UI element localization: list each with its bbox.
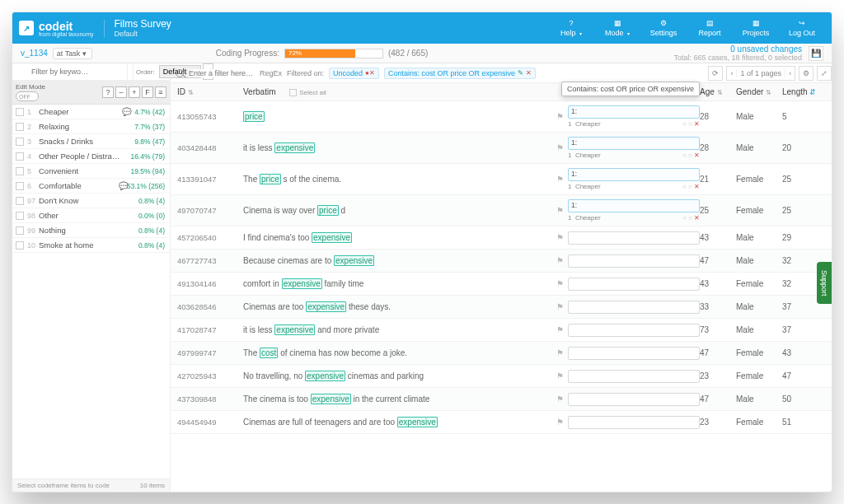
flag-icon[interactable]: ⚑: [551, 233, 568, 242]
code-input[interactable]: [568, 301, 700, 314]
code-input[interactable]: [568, 324, 700, 337]
code-item[interactable]: 2Relaxing7.7% (37): [12, 119, 170, 134]
code-input[interactable]: 1:: [568, 168, 700, 181]
code-input[interactable]: [568, 416, 700, 429]
sidebar-action-button[interactable]: +: [129, 86, 140, 98]
code-input[interactable]: [568, 393, 700, 406]
mode-button[interactable]: ▦Mode ▾: [594, 19, 640, 37]
code-input[interactable]: [568, 370, 700, 383]
table-row[interactable]: 491304146comfort in expensive family tim…: [171, 273, 832, 296]
code-item[interactable]: 5Convenient19.5% (94): [12, 164, 170, 179]
table-row[interactable]: 413055743price⚑1:1 Cheaper○ ○ ✕28Male5: [171, 101, 832, 133]
close-icon[interactable]: ●✕: [365, 69, 375, 77]
progress-label: Coding Progress:: [216, 49, 279, 58]
survey-subtitle: Default: [115, 30, 171, 38]
flag-icon[interactable]: ⚑: [551, 206, 568, 215]
code-input[interactable]: [568, 278, 700, 291]
variable-name[interactable]: v_1134: [21, 49, 48, 58]
code-item[interactable]: 99Nothing0.8% (4): [12, 223, 170, 238]
checkbox-icon[interactable]: [16, 167, 24, 175]
code-item[interactable]: 10Smoke at home0.8% (4): [12, 238, 170, 253]
task-crumb[interactable]: at Task ▾: [53, 48, 92, 59]
code-item[interactable]: 3Snacks / Drinks9.8% (47): [12, 134, 170, 149]
checkbox-icon[interactable]: [16, 123, 24, 131]
checkbox-icon[interactable]: [16, 138, 24, 146]
close-icon[interactable]: ✕: [526, 69, 532, 77]
edit-icon[interactable]: ✎: [518, 69, 523, 77]
grid-rows[interactable]: 413055743price⚑1:1 Cheaper○ ○ ✕28Male540…: [171, 101, 832, 492]
code-item[interactable]: 97Don't Know0.8% (4): [12, 194, 170, 208]
col-age[interactable]: Age: [700, 87, 715, 96]
table-row[interactable]: 437309848The cinema is too expensive in …: [171, 388, 832, 411]
survey-crumb[interactable]: Films Survey Default: [115, 18, 171, 38]
table-row[interactable]: 427025943No travelling, no expensive cin…: [171, 365, 832, 388]
support-tab[interactable]: Support: [817, 262, 832, 305]
checkbox-icon[interactable]: [16, 152, 24, 161]
checkbox-icon[interactable]: [16, 197, 24, 205]
checkbox-icon[interactable]: [16, 241, 24, 250]
table-row[interactable]: 497070747Cinema is way over price d⚑1:1 …: [171, 195, 832, 226]
checkbox-icon[interactable]: [16, 212, 24, 220]
filter-input[interactable]: [189, 69, 255, 77]
code-input[interactable]: [568, 231, 700, 245]
code-input[interactable]: [568, 347, 700, 360]
projects-button[interactable]: ▦Projects: [733, 19, 779, 37]
brand[interactable]: ↗ codeit from digital taxonomy: [19, 20, 105, 37]
code-item[interactable]: 6Comfortable💬53.1% (256): [12, 179, 170, 194]
filter-tag-contains[interactable]: Contains: cost OR price OR expensive✎✕: [384, 68, 536, 79]
checkbox-icon[interactable]: [16, 226, 24, 235]
checkbox-icon[interactable]: [16, 108, 24, 116]
settings-button[interactable]: ⚙: [799, 66, 814, 81]
flag-icon[interactable]: ⚑: [551, 256, 568, 265]
pager[interactable]: ‹1 of 1 pages›: [726, 66, 795, 81]
flag-icon[interactable]: ⚑: [551, 175, 568, 184]
flag-icon[interactable]: ⚑: [551, 302, 568, 311]
code-item[interactable]: 98Other0.0% (0): [12, 208, 170, 223]
flag-icon[interactable]: ⚑: [551, 394, 568, 404]
flag-icon[interactable]: ⚑: [551, 418, 568, 427]
table-row[interactable]: 417028747it is less expensive and more p…: [171, 319, 832, 342]
sidebar-action-button[interactable]: –: [115, 86, 127, 98]
flag-icon[interactable]: ⚑: [551, 143, 568, 152]
flag-icon[interactable]: ⚑: [551, 279, 568, 288]
select-all[interactable]: Select all: [289, 89, 326, 96]
col-verbatim[interactable]: Verbatim: [243, 87, 275, 96]
col-gender[interactable]: Gender: [736, 87, 763, 96]
edit-mode-switch[interactable]: OFF: [16, 91, 39, 101]
code-item[interactable]: 1Cheaper💬4.7% (42): [12, 105, 170, 119]
flag-icon[interactable]: ⚑: [551, 371, 568, 380]
table-row[interactable]: 497999747The cost of cinema has now beco…: [171, 342, 832, 365]
col-length[interactable]: Length: [782, 87, 808, 96]
table-row[interactable]: 494454949Cinemas are full of teenagers a…: [171, 411, 832, 434]
table-row[interactable]: 467727743Because cinemas are to expensiv…: [171, 250, 832, 273]
sort-asc-icon[interactable]: ⇵: [809, 88, 816, 96]
report-button[interactable]: ▤Report: [687, 19, 733, 37]
table-row[interactable]: 403628546Cinemas are too expensive these…: [171, 296, 832, 319]
settings-button[interactable]: ⚙Settings: [640, 19, 687, 37]
code-input[interactable]: 1:: [568, 199, 700, 212]
sidebar-action-button[interactable]: ≡: [155, 86, 166, 98]
table-row[interactable]: 413391047The price s of the cinema.⚑1:1 …: [171, 164, 832, 195]
table-row[interactable]: 457206540I find cinema's too expensive⚑4…: [171, 226, 832, 250]
log-out-button[interactable]: ↪Log Out: [779, 19, 825, 37]
expand-button[interactable]: ⤢: [817, 66, 832, 81]
code-input[interactable]: 1:: [568, 137, 700, 150]
flag-icon[interactable]: ⚑: [551, 325, 568, 334]
col-id[interactable]: ID: [177, 87, 185, 96]
brand-tagline: from digital taxonomy: [39, 31, 94, 37]
sidebar-action-button[interactable]: ?: [102, 86, 114, 98]
save-button[interactable]: 💾: [809, 46, 823, 61]
code-input[interactable]: [568, 254, 700, 268]
checkbox-icon[interactable]: [16, 182, 24, 190]
table-row[interactable]: 403428448it is less expensive⚑1:1 Cheape…: [171, 133, 832, 164]
help-button[interactable]: ?Help ▾: [548, 19, 594, 37]
flag-icon[interactable]: ⚑: [551, 348, 568, 357]
code-item[interactable]: 4Other People / Distractions16.4% (79): [12, 149, 170, 164]
flag-icon[interactable]: ⚑: [551, 112, 568, 121]
code-input[interactable]: 1:: [568, 105, 700, 119]
filter-tag-uncoded[interactable]: Uncoded●✕: [329, 68, 379, 79]
sidebar-action-button[interactable]: F: [142, 86, 153, 98]
regex-toggle[interactable]: RegEx: [260, 69, 282, 77]
sidebar-filter-input[interactable]: [16, 63, 127, 80]
refresh-button[interactable]: ⟳: [708, 66, 723, 81]
